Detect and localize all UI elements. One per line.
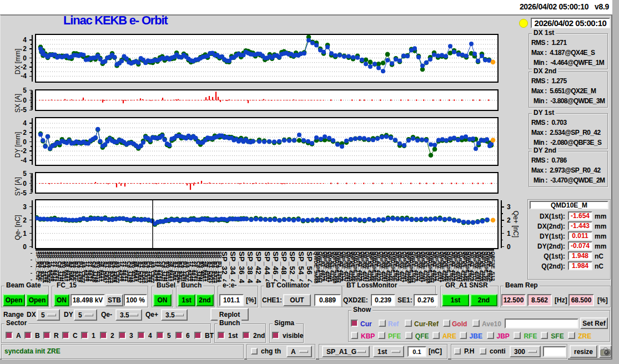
svg-text:SP_56_4: SP_56_4 <box>305 251 314 284</box>
svg-text:SP_44_4: SP_44_4 <box>263 251 271 284</box>
svg-text:0: 0 <box>23 97 27 104</box>
svg-text:1: 1 <box>23 230 27 237</box>
svg-text:1: 1 <box>507 230 511 237</box>
svg-text:3: 3 <box>23 203 27 211</box>
svg-text:Qe+ [nC]: Qe+ [nC] <box>512 211 519 237</box>
svg-text:4: 4 <box>23 119 27 127</box>
svg-text:0: 0 <box>507 243 511 251</box>
svg-text:SX [A]: SX [A] <box>14 94 22 113</box>
svg-text:2: 2 <box>23 216 27 224</box>
svg-text:0: 0 <box>23 54 27 62</box>
svg-text:Qe- [nC]: Qe- [nC] <box>14 215 22 240</box>
svg-text:SP_52_4: SP_52_4 <box>288 251 296 284</box>
svg-text:SP_48_4: SP_48_4 <box>280 251 288 284</box>
svg-text:4: 4 <box>23 36 27 44</box>
svg-text:2: 2 <box>23 129 27 136</box>
svg-text:2: 2 <box>23 45 27 53</box>
svg-text:5: 5 <box>23 87 27 94</box>
svg-text:3: 3 <box>507 203 511 211</box>
svg-text:5: 5 <box>23 170 27 178</box>
svg-text:0: 0 <box>23 243 27 251</box>
svg-text:2: 2 <box>507 216 511 224</box>
svg-text:SP_36_4: SP_36_4 <box>238 251 246 284</box>
svg-text:0: 0 <box>23 180 27 188</box>
svg-text:DY [mm]: DY [mm] <box>14 132 22 158</box>
svg-text:QBF3E_S12: QBF3E_S12 <box>490 251 496 281</box>
svg-text:0: 0 <box>23 138 27 146</box>
svg-text:SP_32_4: SP_32_4 <box>220 251 229 284</box>
svg-text:SP_54_4: SP_54_4 <box>297 251 305 284</box>
svg-text:SP_38_4: SP_38_4 <box>246 251 254 284</box>
svg-text:DX [mm]: DX [mm] <box>14 49 22 75</box>
svg-text:SY [A]: SY [A] <box>14 177 22 196</box>
svg-text:SP_42_4: SP_42_4 <box>254 251 263 284</box>
svg-text:SP_34_4: SP_34_4 <box>229 251 237 284</box>
svg-text:SP_46_4: SP_46_4 <box>271 251 280 284</box>
